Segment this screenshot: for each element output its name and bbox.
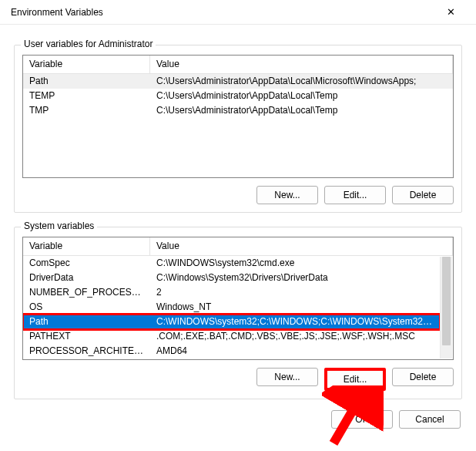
cell-value: C:\WINDOWS\system32;C:\WINDOWS;C:\WINDOW… [150, 315, 440, 329]
table-row[interactable]: PathC:\WINDOWS\system32;C:\WINDOWS;C:\WI… [23, 315, 440, 329]
cell-variable: PROCESSOR_ARCHITECTURE [23, 344, 150, 358]
user-variables-group: User variables for Administrator Variabl… [14, 45, 462, 213]
cell-variable: Path [23, 74, 150, 89]
table-row[interactable]: ComSpecC:\WINDOWS\system32\cmd.exe [23, 256, 440, 271]
cell-variable: OS [23, 300, 150, 315]
system-new-button[interactable]: New... [256, 368, 318, 386]
table-row[interactable]: OSWindows_NT [23, 300, 440, 315]
cell-variable: ComSpec [23, 256, 150, 271]
system-variables-list[interactable]: Variable Value ComSpecC:\WINDOWS\system3… [22, 237, 454, 360]
cell-value: AMD64 [150, 344, 440, 358]
cell-variable: Path [23, 315, 150, 329]
column-value[interactable]: Value [150, 56, 453, 73]
close-icon: ✕ [447, 6, 455, 18]
cell-variable: TMP [23, 103, 150, 118]
cell-value: C:\Users\Administrator\AppData\Local\Mic… [150, 74, 453, 89]
cell-value: .COM;.EXE;.BAT;.CMD;.VBS;.VBE;.JS;.JSE;.… [150, 329, 440, 344]
window-title: Environment Variables [11, 7, 434, 18]
column-variable[interactable]: Variable [23, 56, 150, 73]
column-variable[interactable]: Variable [23, 237, 150, 255]
table-row[interactable]: NUMBER_OF_PROCESSORS2 [23, 285, 440, 300]
cell-value: C:\Users\Administrator\AppData\Local\Tem… [150, 103, 453, 118]
user-group-label: User variables for Administrator [21, 39, 156, 49]
scrollbar[interactable] [440, 257, 452, 358]
user-new-button[interactable]: New... [256, 186, 318, 204]
system-group-label: System variables [21, 220, 97, 231]
list-header: Variable Value [23, 56, 453, 74]
table-row[interactable]: TEMPC:\Users\Administrator\AppData\Local… [23, 89, 453, 103]
list-header: Variable Value [23, 237, 453, 256]
cell-variable: DriverData [23, 271, 150, 285]
ok-button[interactable]: OK [331, 410, 393, 429]
table-row[interactable]: PROCESSOR_ARCHITECTUREAMD64 [23, 344, 440, 358]
table-row[interactable]: PATHEXT.COM;.EXE;.BAT;.CMD;.VBS;.VBE;.JS… [23, 329, 440, 344]
cancel-button[interactable]: Cancel [399, 410, 461, 429]
cell-variable: PATHEXT [23, 329, 150, 344]
close-button[interactable]: ✕ [434, 0, 468, 25]
table-row[interactable]: PathC:\Users\Administrator\AppData\Local… [23, 74, 453, 89]
cell-value: 2 [150, 285, 440, 300]
cell-value: C:\Users\Administrator\AppData\Local\Tem… [150, 89, 453, 103]
table-row[interactable]: DriverDataC:\Windows\System32\Drivers\Dr… [23, 271, 440, 285]
user-delete-button[interactable]: Delete [392, 186, 454, 204]
titlebar: Environment Variables ✕ [0, 0, 476, 25]
column-value[interactable]: Value [150, 237, 453, 255]
cell-value: C:\Windows\System32\Drivers\DriverData [150, 271, 440, 285]
system-edit-button[interactable]: Edit... [324, 368, 386, 391]
scrollbar-thumb[interactable] [442, 257, 451, 345]
cell-variable: NUMBER_OF_PROCESSORS [23, 285, 150, 300]
cell-value: Windows_NT [150, 300, 440, 315]
system-delete-button[interactable]: Delete [392, 368, 454, 386]
cell-value: C:\WINDOWS\system32\cmd.exe [150, 256, 440, 271]
user-variables-list[interactable]: Variable Value PathC:\Users\Administrato… [22, 55, 454, 178]
table-row[interactable]: TMPC:\Users\Administrator\AppData\Local\… [23, 103, 453, 118]
cell-variable: TEMP [23, 89, 150, 103]
system-variables-group: System variables Variable Value ComSpecC… [14, 227, 462, 399]
user-edit-button[interactable]: Edit... [324, 186, 386, 204]
